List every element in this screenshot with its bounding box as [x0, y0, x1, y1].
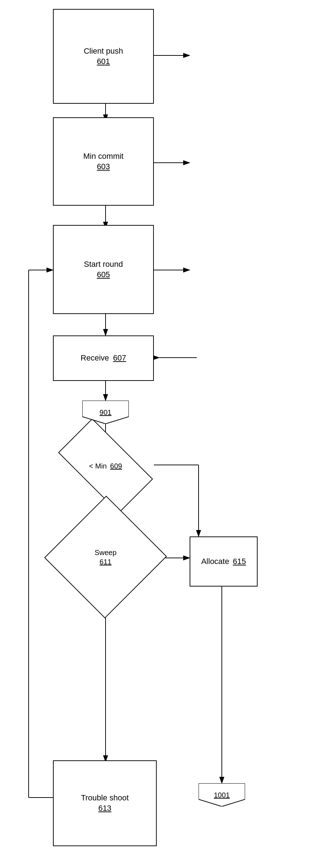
- pentagon-901: 901: [82, 401, 129, 424]
- receive-id: 607: [113, 353, 126, 362]
- flowchart-diagram: Client push 601 Min commit 603 Start rou…: [0, 0, 322, 868]
- trouble-shoot-id: 613: [98, 804, 112, 813]
- receive-label: Receive: [80, 353, 109, 362]
- sweep-diamond: Sweep 611: [63, 513, 148, 601]
- pentagon-901-label: 901: [99, 408, 111, 417]
- less-than-min-id: 609: [110, 462, 122, 470]
- start-round-id: 605: [97, 270, 110, 279]
- start-round-label: Start round: [84, 260, 123, 269]
- sweep-id: 611: [99, 558, 111, 566]
- pentagon-1001: 1001: [199, 783, 245, 806]
- min-commit-box: Min commit 603: [53, 117, 154, 206]
- client-push-box: Client push 601: [53, 9, 154, 104]
- less-than-min-diamond: < Min 609: [63, 442, 148, 490]
- pentagon-1001-label: 1001: [214, 790, 230, 800]
- client-push-id: 601: [97, 57, 110, 66]
- client-push-label: Client push: [84, 46, 123, 55]
- allocate-id: 615: [233, 557, 246, 566]
- sweep-label: Sweep: [94, 549, 116, 556]
- start-round-box: Start round 605: [53, 225, 154, 314]
- receive-box: Receive 607: [53, 335, 154, 381]
- trouble-shoot-label: Trouble shoot: [81, 793, 129, 802]
- min-commit-id: 603: [97, 162, 110, 171]
- less-than-min-label: < Min: [89, 462, 107, 470]
- allocate-label: Allocate: [201, 557, 229, 566]
- arrows-svg: [0, 0, 322, 868]
- min-commit-label: Min commit: [83, 152, 123, 161]
- trouble-shoot-box: Trouble shoot 613: [53, 760, 157, 846]
- allocate-box: Allocate 615: [190, 536, 258, 587]
